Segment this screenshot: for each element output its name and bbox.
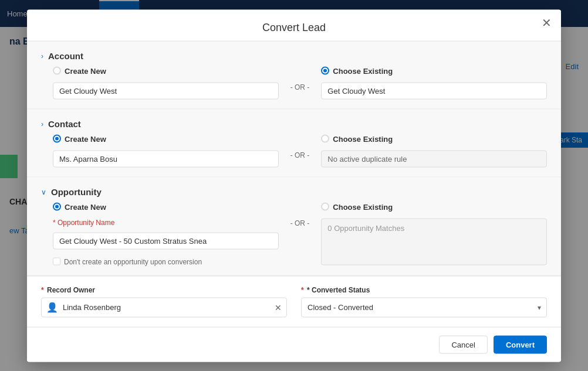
dont-create-row: Don't create an opportunity upon convers…	[53, 257, 279, 266]
opportunity-section-title: Opportunity	[51, 186, 104, 196]
contact-existing-radio[interactable]	[321, 135, 329, 143]
modal-footer: Cancel Convert	[27, 326, 561, 362]
opportunity-existing-radio[interactable]	[321, 203, 329, 211]
opportunity-toggle[interactable]: ∨	[41, 188, 46, 196]
account-existing-input[interactable]	[321, 82, 547, 99]
opportunity-name-input[interactable]	[53, 232, 279, 249]
opportunity-existing-radio-row[interactable]: Choose Existing	[321, 202, 547, 211]
opportunity-create-group: Create New * Opportunity Name Don't crea…	[53, 202, 279, 266]
opportunity-or-divider: - OR -	[279, 202, 322, 227]
contact-create-group: Create New	[53, 134, 279, 167]
account-existing-radio-row[interactable]: Choose Existing	[321, 66, 547, 75]
opportunity-existing-label: Choose Existing	[333, 202, 393, 211]
opportunity-create-radio[interactable]	[53, 203, 61, 211]
account-existing-radio[interactable]	[321, 67, 329, 75]
opportunity-existing-group: Choose Existing 0 Opportunity Matches	[321, 202, 547, 265]
converted-status-label: * * Converted Status	[301, 285, 547, 294]
account-existing-label: Choose Existing	[333, 66, 393, 75]
contact-section-content: Create New - OR - Choose Existing	[53, 134, 547, 167]
record-owner-label: * Record Owner	[41, 285, 287, 294]
cancel-button[interactable]: Cancel	[439, 335, 487, 353]
contact-toggle[interactable]: ›	[41, 120, 43, 128]
clear-record-owner-button[interactable]: ✕	[275, 303, 282, 311]
account-toggle[interactable]: ›	[41, 52, 43, 60]
account-create-group: Create New	[53, 66, 279, 99]
required-star: *	[301, 285, 304, 294]
bottom-fields: * Record Owner 👤 Linda Rosenberg ✕ * * C…	[27, 275, 561, 326]
opportunity-create-label: Create New	[65, 202, 106, 211]
account-section-title: Account	[48, 50, 101, 60]
account-create-radio-row[interactable]: Create New	[53, 66, 279, 75]
contact-create-label: Create New	[65, 134, 106, 143]
opp-name-label: * Opportunity Name	[53, 218, 279, 226]
opportunity-create-radio-row[interactable]: Create New	[53, 202, 279, 211]
contact-create-input[interactable]	[53, 150, 279, 167]
account-existing-group: Choose Existing	[321, 66, 547, 99]
required-star: *	[41, 285, 44, 294]
close-button[interactable]: ✕	[542, 16, 552, 28]
contact-existing-label: Choose Existing	[333, 134, 393, 143]
record-owner-group: * Record Owner 👤 Linda Rosenberg ✕	[41, 285, 287, 317]
convert-button[interactable]: Convert	[494, 335, 547, 353]
contact-section-header: › Contact	[41, 118, 547, 128]
account-create-radio[interactable]	[53, 67, 61, 75]
contact-existing-radio-row[interactable]: Choose Existing	[321, 134, 547, 143]
contact-or-divider: - OR -	[279, 134, 322, 159]
record-owner-label-text: Record Owner	[47, 285, 95, 294]
opportunity-matches-box: 0 Opportunity Matches	[321, 218, 547, 265]
opportunity-section: ∨ Opportunity Create New * Opportunity N…	[27, 177, 561, 275]
dont-create-checkbox[interactable]	[53, 258, 60, 266]
contact-section: › Contact Create New - OR -	[27, 109, 561, 177]
account-section-content: Create New - OR - Choose Existing	[53, 66, 547, 99]
converted-status-group: * * Converted Status Closed - Converted …	[301, 285, 547, 317]
account-or-divider: - OR -	[279, 66, 322, 91]
account-section-header: › Account	[41, 50, 547, 60]
contact-existing-input[interactable]	[321, 150, 547, 167]
convert-lead-modal: Convert Lead ✕ › Account Create New	[27, 9, 561, 362]
account-create-input[interactable]	[53, 82, 279, 99]
account-create-label: Create New	[65, 66, 106, 75]
opportunity-section-content: Create New * Opportunity Name Don't crea…	[53, 202, 547, 266]
contact-existing-group: Choose Existing	[321, 134, 547, 167]
converted-status-label-text: * Converted Status	[307, 285, 370, 294]
contact-create-radio-row[interactable]: Create New	[53, 134, 279, 143]
person-icon: 👤	[46, 302, 58, 313]
modal-header: Convert Lead ✕	[27, 9, 561, 41]
record-owner-input[interactable]: 👤 Linda Rosenberg ✕	[41, 297, 287, 317]
converted-status-select[interactable]: Closed - Converted Open Working	[301, 297, 547, 317]
modal-title: Convert Lead	[262, 21, 326, 33]
converted-status-select-wrapper: Closed - Converted Open Working ▾	[301, 297, 547, 317]
account-section: › Account Create New - OR -	[27, 41, 561, 109]
opportunity-section-header: ∨ Opportunity	[41, 186, 547, 196]
contact-section-title: Contact	[48, 118, 101, 128]
contact-create-radio[interactable]	[53, 135, 61, 143]
modal-body: › Account Create New - OR -	[27, 41, 561, 326]
dont-create-label: Don't create an opportunity upon convers…	[64, 257, 202, 266]
record-owner-name: Linda Rosenberg	[63, 303, 270, 312]
